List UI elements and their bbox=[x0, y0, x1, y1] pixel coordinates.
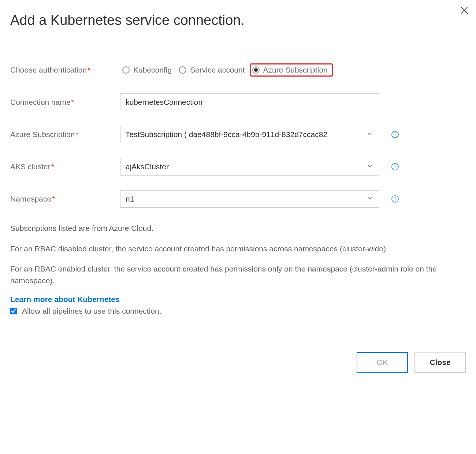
dialog-title: Add a Kubernetes service connection. bbox=[10, 12, 466, 28]
connection-name-row: Connection name* bbox=[10, 93, 466, 111]
chevron-down-icon bbox=[367, 130, 373, 139]
info-icon[interactable] bbox=[391, 130, 399, 139]
close-button[interactable]: Close bbox=[414, 352, 466, 373]
required-indicator: * bbox=[88, 66, 90, 74]
info-icon[interactable] bbox=[391, 163, 399, 171]
learn-more-link[interactable]: Learn more about Kubernetes bbox=[10, 295, 120, 304]
help-text-block: Subscriptions listed are from Azure Clou… bbox=[10, 222, 466, 286]
auth-label: Choose authentication* bbox=[10, 66, 120, 74]
namespace-row: Namespace* n1 bbox=[10, 190, 466, 208]
radio-kubeconfig[interactable]: Kubeconfig bbox=[120, 63, 177, 77]
allow-pipelines-row: Allow all pipelines to use this connecti… bbox=[10, 307, 466, 315]
allow-pipelines-label: Allow all pipelines to use this connecti… bbox=[22, 307, 161, 315]
svg-point-4 bbox=[395, 133, 395, 133]
dialog-actions: OK Close bbox=[10, 352, 466, 373]
ok-button[interactable]: OK bbox=[357, 352, 408, 373]
azure-sub-select[interactable]: TestSubscription ( dae488bf-9cca-4b9b-91… bbox=[120, 126, 379, 143]
azure-sub-row: Azure Subscription* TestSubscription ( d… bbox=[10, 126, 466, 143]
required-indicator: * bbox=[52, 195, 55, 203]
aks-cluster-select[interactable]: ajAksCluster bbox=[120, 158, 379, 176]
chevron-down-icon bbox=[367, 162, 373, 171]
aks-cluster-label: AKS cluster* bbox=[10, 162, 120, 171]
radio-service-account[interactable]: Service account bbox=[177, 63, 250, 77]
svg-point-10 bbox=[395, 197, 395, 198]
radio-icon bbox=[122, 66, 130, 74]
required-indicator: * bbox=[75, 130, 78, 139]
help-text-line: For an RBAC enabled cluster, the service… bbox=[10, 263, 466, 286]
required-indicator: * bbox=[51, 162, 54, 171]
help-text-line: For an RBAC disabled cluster, the servic… bbox=[10, 243, 466, 255]
connection-name-label: Connection name* bbox=[10, 98, 120, 107]
namespace-label: Namespace* bbox=[10, 195, 120, 203]
chevron-down-icon bbox=[367, 195, 373, 203]
allow-pipelines-checkbox[interactable] bbox=[10, 308, 17, 314]
service-connection-form: Choose authentication* Kubeconfig Servic… bbox=[10, 61, 466, 208]
add-kubernetes-dialog: Add a Kubernetes service connection. Cho… bbox=[0, 0, 476, 383]
radio-icon bbox=[179, 66, 186, 74]
azure-sub-label: Azure Subscription* bbox=[10, 130, 120, 139]
svg-point-7 bbox=[395, 165, 395, 165]
auth-radio-group: Kubeconfig Service account Azure Subscri… bbox=[120, 63, 333, 77]
radio-azure-subscription[interactable]: Azure Subscription bbox=[250, 63, 333, 77]
auth-row: Choose authentication* Kubeconfig Servic… bbox=[10, 61, 466, 79]
radio-icon bbox=[252, 66, 260, 74]
close-icon[interactable] bbox=[459, 5, 469, 15]
connection-name-input[interactable] bbox=[120, 93, 379, 111]
namespace-select[interactable]: n1 bbox=[120, 190, 379, 208]
help-text-line: Subscriptions listed are from Azure Clou… bbox=[10, 222, 466, 234]
aks-cluster-row: AKS cluster* ajAksCluster bbox=[10, 158, 466, 176]
required-indicator: * bbox=[71, 98, 74, 106]
info-icon[interactable] bbox=[391, 195, 399, 203]
